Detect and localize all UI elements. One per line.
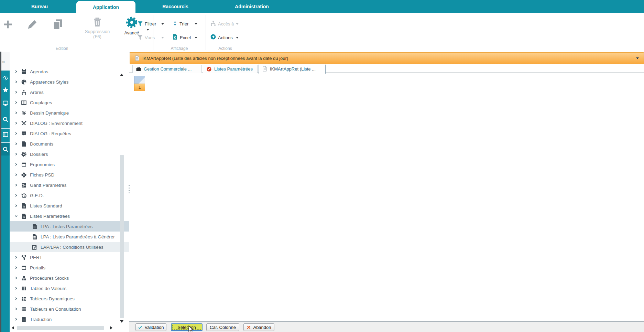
add-icon[interactable] (3, 19, 13, 30)
chevron-right-icon[interactable] (14, 111, 18, 115)
cross-icon (247, 325, 251, 330)
sidebar-item-tableurs-dynamiques[interactable]: Tableurs Dynamiques (10, 293, 121, 304)
search-bold-icon[interactable] (2, 146, 9, 152)
chevron-right-icon[interactable] (14, 90, 18, 94)
star-icon[interactable] (2, 87, 9, 93)
tab-ikmartappret-active[interactable]: IKMArtAppRet (Liste ... (259, 64, 326, 74)
excel-icon (172, 34, 178, 40)
actions-dropdown-icon[interactable] (236, 37, 239, 39)
chevron-right-icon[interactable] (14, 132, 18, 135)
validation-button[interactable]: Validation (135, 323, 166, 331)
menu-administration[interactable]: Administration (225, 0, 279, 13)
grid-row-header[interactable]: 1 (134, 84, 145, 91)
chevron-right-icon[interactable] (14, 163, 18, 166)
sidebar-item-pert[interactable]: PERT (10, 252, 121, 263)
sidebar-item-ged[interactable]: G.E.D. (10, 190, 121, 201)
sidebar-item-lap-lpa-conditions-utilisees[interactable]: LAP/LPA : Conditions Utilisées (10, 242, 129, 252)
sidebar-item-couplages[interactable]: Couplages (10, 97, 121, 108)
vertical-scrollbar-thumb[interactable] (120, 155, 124, 318)
chevron-right-icon[interactable] (14, 183, 18, 187)
search-icon[interactable] (2, 116, 9, 122)
tab-listes-parametrees[interactable]: Listes Paramétrées (203, 65, 258, 73)
chevron-right-icon[interactable] (14, 256, 18, 259)
copy-icon[interactable] (52, 18, 64, 31)
monitor-icon[interactable] (2, 100, 9, 106)
chevron-right-icon[interactable] (14, 101, 18, 104)
chevron-right-icon[interactable] (14, 121, 18, 125)
chevron-right-icon[interactable] (14, 194, 18, 197)
menu-raccourcis[interactable]: Raccourcis (155, 0, 196, 13)
tab-gestion-commerciale[interactable]: Gestion Commerciale ... (132, 65, 202, 73)
chevron-right-icon[interactable] (14, 204, 18, 207)
excel-dropdown-icon[interactable] (195, 37, 197, 39)
scroll-up-icon[interactable] (120, 74, 123, 76)
sidebar-item-fiches-psd[interactable]: Fiches PSD (10, 170, 121, 180)
filter-dropdown-icon[interactable] (161, 23, 164, 25)
red-badge-icon (206, 66, 212, 72)
abandon-button[interactable]: Abandon (243, 323, 274, 331)
sidebar-item-tableurs-en-consultation[interactable]: Tableurs en Consultation (10, 304, 121, 314)
sidebar-item-dessin-dynamique[interactable]: Dessin Dynamique (10, 108, 121, 118)
sidebar-item-lpa-listes-parametrees[interactable]: LPA : Listes Paramétrées (10, 221, 129, 232)
sidebar-item-portails[interactable]: Portails (10, 263, 121, 273)
chevron-right-icon[interactable] (14, 173, 18, 176)
sidebar-item-dossiers[interactable]: Dossiers (10, 149, 121, 159)
edit-square-icon (32, 244, 37, 250)
sidebar-item-listes-parametrees[interactable]: Listes Paramétrées (10, 211, 121, 221)
splitter-handle[interactable] (128, 185, 131, 196)
horizontal-scrollbar-thumb[interactable] (17, 326, 104, 330)
advanced-dropdown-icon[interactable] (146, 29, 149, 31)
chevron-right-icon[interactable] (14, 276, 18, 280)
sidebar-item-traduction[interactable]: Traduction (10, 314, 121, 324)
car-colonne-button[interactable]: Car. Colonne (206, 323, 239, 331)
footer-button-bar: Validation Sélection Car. Colonne Abando… (129, 321, 644, 332)
chevron-right-icon[interactable] (14, 80, 18, 84)
edit-pencil-icon[interactable] (26, 18, 39, 31)
scroll-right-icon[interactable] (110, 326, 112, 330)
sidebar-item-listes-standard[interactable]: Listes Standard (10, 201, 121, 211)
chevron-down-icon[interactable] (14, 214, 18, 218)
file-icon (21, 141, 27, 147)
chevron-right-icon[interactable] (14, 70, 18, 73)
document-icon (134, 55, 140, 61)
mouse-cursor (188, 325, 195, 332)
sidebar-item-lpa-listes-parametrees-a-generer[interactable]: LPA : Listes Paramétrées à Générer (10, 232, 129, 242)
sidebar-item-procedures-stocks[interactable]: Procédures Stocks (10, 273, 121, 283)
layout-icon[interactable] (2, 131, 9, 138)
columns-icon (21, 100, 27, 106)
chevron-right-icon[interactable] (14, 318, 18, 321)
chevron-right-icon[interactable] (14, 152, 18, 156)
arrow-circle-icon (210, 34, 216, 40)
window-icon (21, 162, 27, 168)
sort-dropdown-icon[interactable] (195, 23, 197, 25)
chevron-right-icon[interactable] (14, 287, 18, 290)
collapse-sidebar-icon[interactable]: « (2, 58, 5, 64)
menu-application-active-tab[interactable]: Application (76, 1, 135, 14)
delete-button[interactable]: Suppression (F6) (83, 17, 112, 39)
sidebar-item-tables-de-valeurs[interactable]: Tables de Valeurs (10, 283, 121, 293)
document-title-bar[interactable]: IKMArtAppRet (Liste des articles non réc… (130, 52, 644, 64)
access-dropdown-icon (236, 23, 239, 25)
sidebar-item-dialog-requetes[interactable]: DIALOG : Requêtes (10, 128, 121, 139)
sort-icon (172, 21, 178, 26)
delete-sublabel: (F6) (83, 34, 112, 39)
selection-button[interactable]: Sélection (171, 323, 203, 331)
sidebar-item-apparences-styles[interactable]: Apparences Styles (10, 77, 121, 87)
document-bar-dropdown-icon[interactable] (636, 57, 639, 59)
chevron-right-icon[interactable] (14, 142, 18, 146)
sidebar-item-gantt-parametres[interactable]: Gantt Paramétrés (10, 180, 121, 190)
scroll-down-icon[interactable] (120, 320, 123, 323)
sidebar-item-documents[interactable]: Documents (10, 139, 121, 149)
file-chart-icon (21, 203, 27, 209)
sidebar-item-arbres[interactable]: Arbres (10, 87, 121, 97)
chevron-right-icon[interactable] (14, 297, 18, 300)
menu-bureau[interactable]: Bureau (21, 0, 58, 13)
gear-dots-icon[interactable] (2, 75, 9, 81)
gantt-icon (21, 182, 27, 188)
chevron-right-icon[interactable] (14, 266, 18, 269)
sidebar-item-dialog-environnement[interactable]: DIALOG : Environnement (10, 118, 121, 128)
grid-select-all-corner[interactable] (134, 76, 145, 84)
scroll-left-icon[interactable] (12, 326, 14, 330)
sidebar-item-ergonomies[interactable]: Ergonomies (10, 159, 121, 170)
chevron-right-icon[interactable] (14, 307, 18, 311)
